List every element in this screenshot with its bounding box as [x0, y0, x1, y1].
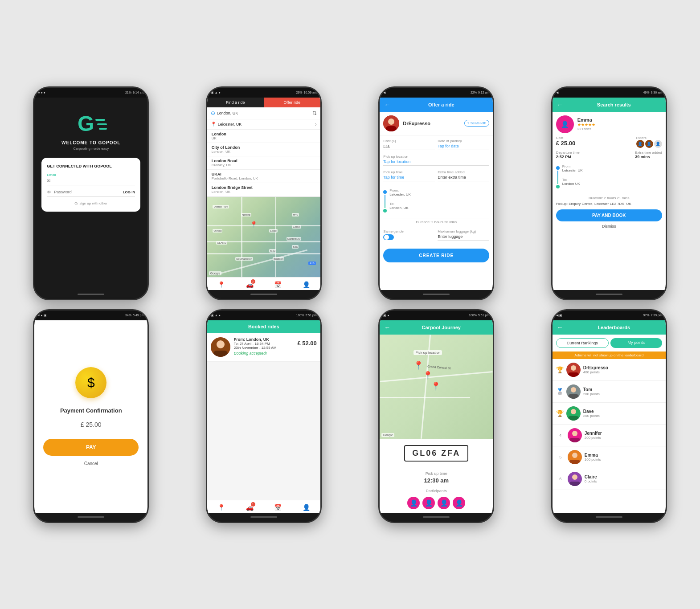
from-label: From: — [389, 188, 411, 192]
suggestion-3[interactable]: London Road Crawley, UK — [207, 156, 320, 170]
pickup-time-value[interactable]: Tap for time — [383, 175, 435, 181]
status-right-4: 49% 9:36 am — [643, 91, 662, 94]
back-arrow-icon[interactable]: ← — [384, 101, 390, 108]
luggage-field: Maxiumum luggage (kg) Enter luggage — [438, 229, 489, 241]
leader-info-3: Dave 200 points — [583, 409, 600, 418]
home-indicator-7[interactable] — [423, 516, 450, 518]
cost-value[interactable]: £££ — [383, 144, 435, 150]
create-ride-button[interactable]: CREATE RIDE — [383, 249, 489, 262]
date-value[interactable]: Tap for date — [438, 144, 489, 150]
svg-rect-18 — [568, 416, 579, 421]
extra-value: 39 mins — [635, 155, 662, 159]
leader-name-4: Jennifer — [585, 431, 602, 436]
offer-ride-title: Offer a ride — [394, 102, 488, 107]
booked-ride-item[interactable]: From: London, UK To: 27 April - 16:54 PM… — [207, 333, 320, 362]
tab-find-ride[interactable]: Find a ride — [207, 98, 264, 107]
dismiss-button[interactable]: Dismiss — [556, 221, 662, 231]
status-right-2: 29% 10:59 am — [296, 91, 317, 94]
tab-current-rankings[interactable]: Current Rankings — [556, 338, 609, 348]
gender-label: Same gender — [383, 229, 435, 233]
nav-calendar-icon-6[interactable]: 📅 — [274, 504, 282, 511]
leader-item-5: 5 Emma 100 points — [553, 446, 666, 468]
route-connector-4 — [557, 171, 558, 184]
rider-1: 👤 — [636, 140, 644, 148]
participant-1: 👤 — [407, 497, 420, 509]
suggestion-2[interactable]: City of London London, UK — [207, 143, 320, 156]
nav-location-icon[interactable]: 📍 — [217, 281, 225, 288]
svg-point-26 — [572, 474, 577, 480]
nav-calendar-icon[interactable]: 📅 — [274, 281, 282, 288]
map-label-notting: Notting — [241, 213, 251, 217]
leader-avatar-6 — [568, 472, 582, 486]
to-dot — [383, 209, 387, 213]
pay-now-button[interactable]: PAY — [43, 439, 139, 456]
gender-toggle[interactable] — [383, 234, 435, 240]
home-indicator-4[interactable] — [596, 294, 622, 295]
map-label-calais: Calais — [292, 225, 301, 229]
participant-3: 👤 — [438, 497, 450, 509]
home-indicator-2[interactable] — [250, 294, 277, 295]
extra-time-value[interactable]: Enter extra time — [438, 175, 489, 181]
status-right-6: 100% 5:51 pm — [296, 314, 317, 317]
payment-title: Payment Confirmation — [60, 407, 122, 414]
chevron-right-icon: › — [315, 121, 317, 127]
home-indicator-6[interactable] — [250, 516, 277, 518]
swap-icon[interactable]: ⇅ — [312, 110, 317, 116]
app-grid: ● ● ● 21% 9:14 am G WELCOME TO GOPOOL — [9, 86, 691, 523]
tab-offer-ride[interactable]: Offer ride — [264, 98, 320, 107]
home-indicator-3[interactable] — [423, 294, 450, 295]
suggestion-4[interactable]: UKAI Portobello Road, London, UK — [207, 170, 320, 183]
login-button[interactable]: LOG IN — [123, 190, 135, 194]
phone-3-wrapper: ◀ 22% 9:12 am ← Offer a ride — [355, 86, 519, 300]
email-input[interactable] — [53, 178, 135, 183]
cancel-text[interactable]: Cancel — [84, 461, 98, 466]
back-arrow-icon-4[interactable]: ← — [557, 101, 563, 108]
tab-my-points[interactable]: My points — [610, 338, 662, 348]
driver-row: DrExpresso 2 Seats left! — [380, 112, 493, 135]
riders-label: Riders — [636, 136, 662, 140]
phone-2-wrapper: ▣ ▲ ● 29% 10:59 am Find a ride Offer rid… — [182, 86, 346, 300]
bottom-nav-2: 📍 🚗 2 📅 👤 — [207, 277, 320, 290]
to-value-4: London UK — [562, 182, 583, 186]
back-arrow-icon-7[interactable]: ← — [384, 324, 390, 331]
toggle-switch[interactable] — [383, 234, 394, 240]
svg-rect-9 — [213, 351, 228, 357]
cost-section: Cost £ 25.00 — [556, 136, 575, 148]
nav-profile-icon-6[interactable]: 👤 — [303, 504, 310, 511]
svg-point-8 — [217, 340, 225, 348]
nav-rides-icon-6[interactable]: 🚗 1 — [246, 504, 254, 511]
suggestion-1[interactable]: London UK — [207, 130, 320, 143]
route-connector — [385, 195, 385, 208]
from-info-4: From: Leicester UK — [562, 164, 583, 172]
map-label-oxford: Oxford — [213, 229, 222, 233]
leader-avatar-2 — [566, 384, 581, 399]
suggestion-5[interactable]: London Bridge Street London, UK — [207, 183, 320, 196]
booked-rides-title: Booked rides — [212, 324, 316, 329]
pickup-location-value[interactable]: Tap for location — [383, 159, 489, 166]
from-location-text: London, UK — [217, 111, 311, 115]
back-arrow-icon-8[interactable]: ← — [557, 324, 563, 331]
luggage-value[interactable]: Enter luggage — [438, 234, 489, 241]
password-input[interactable] — [54, 190, 123, 194]
home-indicator-5[interactable] — [78, 516, 104, 518]
status-left-3: ◀ — [383, 91, 385, 94]
departure-extra-row: Departure time 2:52 PM Extra time added … — [556, 151, 662, 159]
email-label: Email — [47, 173, 135, 177]
google-watermark: Google — [209, 271, 222, 275]
phone-1-wrapper: ● ● ● 21% 9:14 am G WELCOME TO GOPOOL — [9, 86, 173, 300]
home-indicator-8[interactable] — [596, 516, 622, 518]
carpool-map-bg: Grand Central St 📍 📍 📍 Google Pick up lo… — [380, 335, 493, 439]
nav-location-icon-6[interactable]: 📍 — [217, 504, 225, 511]
leader-name-5: Emma — [585, 453, 601, 458]
search-results-header: ← Search results — [553, 98, 666, 112]
time-extra-row: Pick up time Tap for time Extra time add… — [383, 170, 489, 181]
home-indicator-1[interactable] — [78, 294, 104, 295]
nav-rides-icon[interactable]: 🚗 2 — [246, 281, 254, 288]
leaderboard-header: ← Leaderboards — [553, 320, 666, 335]
svg-rect-21 — [569, 438, 580, 442]
phone-7-notch: ▣ ● 100% 5:51 pm — [380, 311, 493, 320]
email-icon: ✉ — [47, 178, 50, 183]
pay-book-button[interactable]: PAY AND BOOK — [556, 209, 662, 221]
phone-7: ▣ ● 100% 5:51 pm ← Carpool Journey — [378, 309, 494, 523]
nav-profile-icon[interactable]: 👤 — [303, 281, 310, 288]
